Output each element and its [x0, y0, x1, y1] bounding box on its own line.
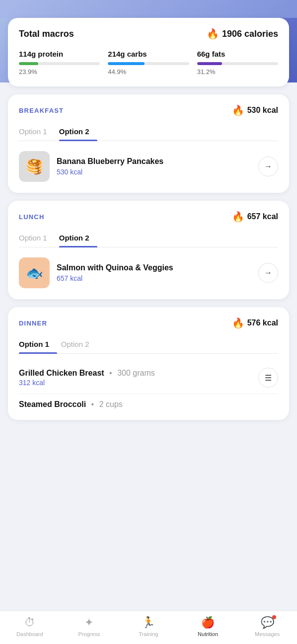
lunch-food-arrow[interactable]: →: [258, 263, 278, 283]
dinner-chicken-detail: 300 grams: [117, 369, 155, 377]
breakfast-flame-icon: 🔥: [232, 104, 244, 116]
dinner-card: DINNER 🔥 576 kcal Option 1 Option 2 G: [8, 307, 289, 420]
progress-icon: ✦: [84, 616, 93, 629]
total-calories-text: 1906 calories: [222, 29, 278, 39]
dinner-title: DINNER: [19, 320, 47, 327]
breakfast-food-kcal: 530 kcal: [57, 168, 251, 176]
nutrition-icon: 🍎: [201, 616, 215, 629]
total-calories-display: 🔥 1906 calories: [207, 28, 278, 40]
nav-label-messages: Messages: [255, 631, 280, 637]
nav-item-messages[interactable]: 💬 Messages: [252, 616, 282, 637]
lunch-calories-text: 657 kcal: [247, 212, 278, 221]
lunch-option-2[interactable]: Option 2: [59, 230, 97, 247]
dinner-food-item-2: Steamed Broccoli • 2 cups: [19, 394, 278, 409]
fats-bar-track: [197, 62, 278, 65]
dashboard-icon: ⏱: [24, 616, 35, 629]
protein-macro: 114g protein 23.9%: [19, 50, 100, 76]
flame-icon: 🔥: [207, 28, 219, 40]
breakfast-calories-display: 🔥 530 kcal: [232, 104, 278, 116]
dinner-chicken-kcal: 312 kcal: [19, 379, 258, 387]
lunch-option-1[interactable]: Option 1: [19, 230, 55, 247]
dinner-option-2[interactable]: Option 2: [61, 336, 97, 353]
macro-bars: 114g protein 23.9% 214g carbs 44.9% 66g …: [19, 50, 278, 76]
breakfast-header: BREAKFAST 🔥 530 kcal: [19, 104, 278, 116]
lunch-flame-icon: 🔥: [232, 211, 244, 223]
carbs-percent: 44.9%: [108, 68, 189, 76]
lunch-header: LUNCH 🔥 657 kcal: [19, 211, 278, 223]
carbs-bar-fill: [108, 62, 144, 65]
page-container: Total macros 🔥 1906 calories 114g protei…: [0, 18, 297, 644]
carbs-macro: 214g carbs 44.9%: [108, 50, 189, 76]
dinner-chicken-info: Grilled Chicken Breast • 300 grams 312 k…: [19, 369, 258, 387]
breakfast-title: BREAKFAST: [19, 107, 64, 114]
breakfast-food-item: 🥞 Banana Blueberry Pancakes 530 kcal →: [19, 149, 278, 182]
carbs-bar-track: [108, 62, 189, 65]
dinner-option-1[interactable]: Option 1: [19, 336, 57, 353]
lunch-food-kcal: 657 kcal: [57, 274, 251, 282]
dinner-chicken-note-icon[interactable]: ☰: [258, 368, 278, 388]
dinner-broccoli-info: Steamed Broccoli • 2 cups: [19, 400, 278, 409]
nav-label-nutrition: Nutrition: [198, 631, 218, 637]
protein-label: 114g protein: [19, 50, 100, 58]
nav-label-progress: Progress: [78, 631, 100, 637]
bottom-nav: ⏱ Dashboard ✦ Progress 🏃 Training 🍎 Nutr…: [0, 611, 297, 644]
protein-bar-fill: [19, 62, 38, 65]
fats-label: 66g fats: [197, 50, 278, 58]
breakfast-food-arrow[interactable]: →: [258, 157, 278, 176]
dinner-broccoli-detail: 2 cups: [99, 400, 123, 408]
lunch-food-info: Salmon with Quinoa & Veggies 657 kcal: [57, 263, 251, 282]
breakfast-option-tabs: Option 1 Option 2: [19, 123, 278, 141]
nav-label-training: Training: [139, 631, 158, 637]
nav-item-progress[interactable]: ✦ Progress: [74, 616, 104, 637]
protein-bar-track: [19, 62, 100, 65]
messages-icon: 💬: [261, 616, 274, 629]
macros-header: Total macros 🔥 1906 calories: [19, 28, 278, 40]
breakfast-card: BREAKFAST 🔥 530 kcal Option 1 Option 2 🥞: [8, 94, 289, 193]
dinner-chicken-name: Grilled Chicken Breast: [19, 369, 104, 377]
breakfast-option-2[interactable]: Option 2: [59, 123, 97, 141]
breakfast-option-1[interactable]: Option 1: [19, 123, 55, 141]
nav-item-dashboard[interactable]: ⏱ Dashboard: [15, 616, 45, 637]
dinner-broccoli-name: Steamed Broccoli: [19, 400, 86, 408]
fats-percent: 31.2%: [197, 68, 278, 76]
nav-item-training[interactable]: 🏃 Training: [134, 616, 163, 637]
breakfast-food-info: Banana Blueberry Pancakes 530 kcal: [57, 157, 251, 176]
breakfast-food-image: 🥞: [19, 151, 50, 182]
carbs-label: 214g carbs: [108, 50, 189, 58]
macros-title: Total macros: [19, 29, 74, 39]
breakfast-food-emoji: 🥞: [19, 151, 50, 182]
macros-card: Total macros 🔥 1906 calories 114g protei…: [8, 18, 289, 86]
lunch-food-name: Salmon with Quinoa & Veggies: [57, 263, 251, 272]
lunch-food-item: 🐟 Salmon with Quinoa & Veggies 657 kcal …: [19, 255, 278, 288]
dinner-header: DINNER 🔥 576 kcal: [19, 317, 278, 329]
dinner-flame-icon: 🔥: [232, 317, 244, 329]
training-icon: 🏃: [142, 616, 155, 629]
dinner-option-tabs: Option 1 Option 2: [19, 336, 278, 354]
nav-item-nutrition[interactable]: 🍎 Nutrition: [193, 616, 223, 637]
breakfast-food-name: Banana Blueberry Pancakes: [57, 157, 251, 166]
lunch-option-tabs: Option 1 Option 2: [19, 230, 278, 247]
fats-bar-fill: [197, 62, 223, 65]
breakfast-calories-text: 530 kcal: [247, 106, 278, 115]
dinner-calories-display: 🔥 576 kcal: [232, 317, 278, 329]
messages-badge: [272, 615, 276, 619]
lunch-card: LUNCH 🔥 657 kcal Option 1 Option 2 🐟: [8, 201, 289, 299]
dinner-calories-text: 576 kcal: [247, 319, 278, 327]
lunch-title: LUNCH: [19, 213, 45, 221]
lunch-food-emoji: 🐟: [19, 257, 50, 288]
nav-label-dashboard: Dashboard: [16, 631, 43, 637]
lunch-calories-display: 🔥 657 kcal: [232, 211, 278, 223]
dinner-food-item-1: Grilled Chicken Breast • 300 grams 312 k…: [19, 362, 278, 394]
main-content: Total macros 🔥 1906 calories 114g protei…: [0, 18, 297, 436]
protein-percent: 23.9%: [19, 68, 100, 76]
fats-macro: 66g fats 31.2%: [197, 50, 278, 76]
lunch-food-image: 🐟: [19, 257, 50, 288]
